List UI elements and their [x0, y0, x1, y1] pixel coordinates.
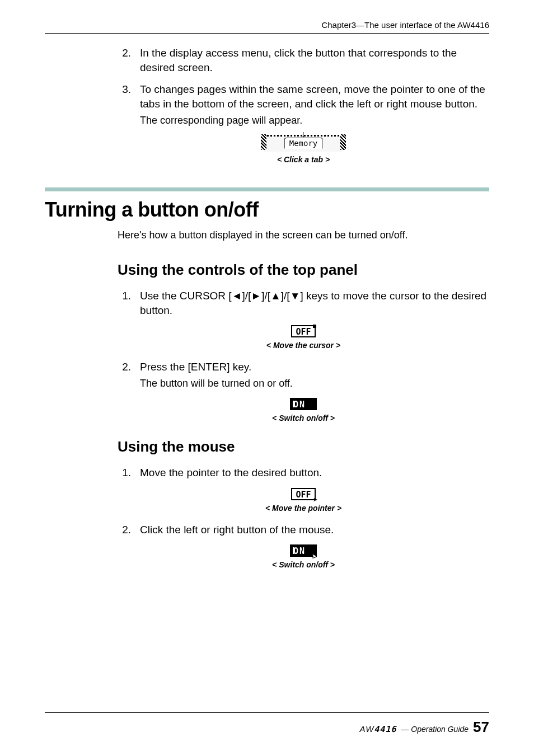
figure-switch-on-mouse: ON ➤ < Switch on/off >: [118, 544, 489, 569]
text-fragment: ]/[: [242, 290, 251, 302]
step-2: 2. In the display access menu, click the…: [118, 46, 489, 74]
subsection-title-top-panel: Using the controls of the top panel: [118, 261, 489, 279]
subsection-title-mouse: Using the mouse: [118, 438, 489, 456]
step-text: Use the CURSOR [◄]/[►]/[▲]/[▼] keys to m…: [140, 289, 489, 317]
cursor-up-icon: ▲: [270, 290, 281, 302]
text-fragment: ]/[: [261, 290, 270, 302]
button-label: OFF: [296, 327, 311, 337]
step-number: 1.: [118, 466, 131, 480]
sub1-step-1: 1. Use the CURSOR [◄]/[►]/[▲]/[▼] keys t…: [118, 289, 489, 317]
step-3: 3. To changes pages within the same scre…: [118, 82, 489, 111]
mouse-pointer-icon: ➤: [312, 552, 318, 560]
text-fragment: Use the CURSOR [: [140, 290, 232, 302]
step-text: Move the pointer to the desired button.: [140, 466, 489, 480]
sub1-step-2: 2. Press the [ENTER] key.: [118, 360, 489, 374]
button-label: OFF: [296, 490, 311, 500]
page-footer: AW4416 — Operation Guide 57: [45, 712, 489, 736]
cursor-right-icon: ►: [251, 290, 261, 302]
step-subtext: The corresponding page will appear.: [140, 114, 489, 127]
button-label: ON: [293, 400, 306, 410]
figure-switch-on: ON < Switch on/off >: [118, 398, 489, 422]
product-logo: AW4416: [359, 724, 396, 734]
figure-caption: < Switch on/off >: [272, 560, 335, 569]
logo-part-a: AW: [359, 724, 374, 734]
figure-caption: < Move the cursor >: [266, 341, 340, 350]
guide-label: — Operation Guide: [401, 725, 469, 734]
section-title: Turning a button on/off: [45, 198, 489, 222]
step-text: To changes pages within the same screen,…: [140, 82, 489, 111]
figure-caption: < Move the pointer >: [265, 504, 341, 513]
on-button-graphic: ON: [290, 398, 317, 410]
sub2-step-1: 1. Move the pointer to the desired butto…: [118, 466, 489, 480]
step-text: In the display access menu, click the bu…: [140, 46, 489, 74]
cursor-left-icon: ◄: [232, 290, 242, 302]
figure-click-tab: ↓ Memory < Click a tab >: [118, 135, 489, 164]
figure-caption: < Switch on/off >: [272, 414, 335, 422]
mouse-pointer-icon: ➤: [313, 496, 318, 504]
cursor-corner-icon: [313, 325, 316, 328]
figure-move-cursor: OFF < Move the cursor >: [118, 325, 489, 350]
step-text: Press the [ENTER] key.: [140, 360, 489, 374]
on-button-graphic: ON ➤: [290, 544, 317, 557]
step-text: Click the left or right button of the mo…: [140, 523, 489, 537]
step-number: 3.: [118, 82, 131, 97]
section-divider: [45, 187, 489, 191]
tab-graphic: ↓ Memory: [264, 135, 343, 152]
figure-move-pointer: OFF ➤ < Move the pointer >: [118, 488, 489, 513]
step-number: 1.: [118, 289, 131, 303]
chapter-header: Chapter3—The user interface of the AW441…: [45, 20, 489, 30]
button-label: ON: [293, 546, 306, 556]
step-number: 2.: [118, 360, 131, 374]
sub2-step-2: 2. Click the left or right button of the…: [118, 523, 489, 537]
step-subtext: The button will be turned on or off.: [140, 377, 489, 390]
page-number: 57: [473, 719, 489, 736]
text-fragment: ]/[: [281, 290, 290, 302]
header-rule: [45, 33, 489, 34]
off-button-graphic: OFF: [291, 325, 316, 337]
section-intro: Here's how a button displayed in the scr…: [118, 229, 489, 241]
step-number: 2.: [118, 46, 131, 60]
tab-label: Memory: [284, 138, 323, 149]
step-number: 2.: [118, 523, 131, 537]
figure-caption: < Click a tab >: [277, 155, 330, 164]
cursor-down-icon: ▼: [290, 290, 301, 302]
logo-part-b: 4416: [374, 724, 396, 734]
off-button-graphic: OFF ➤: [291, 488, 316, 500]
